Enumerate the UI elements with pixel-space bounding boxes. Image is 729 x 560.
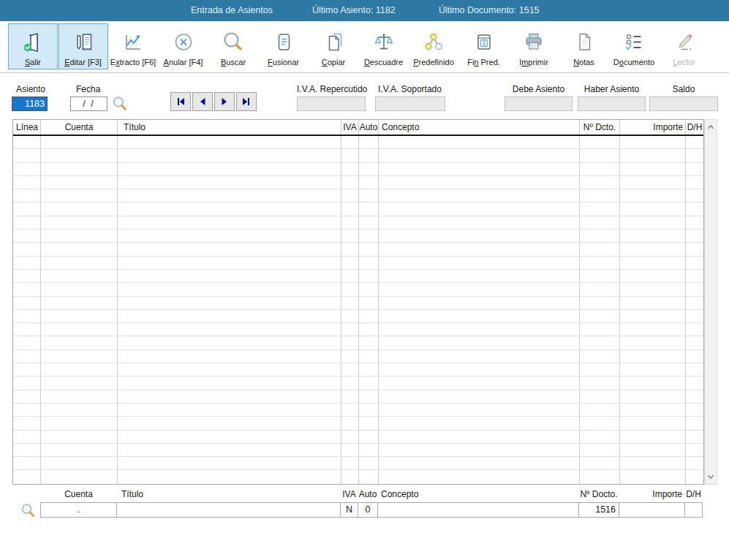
table-cell[interactable] (620, 350, 686, 363)
table-row[interactable] (13, 243, 703, 256)
table-cell[interactable] (580, 176, 620, 189)
copiar-button[interactable]: Copiar (309, 23, 358, 69)
entry-importe-input[interactable] (619, 502, 685, 518)
table-cell[interactable] (620, 377, 686, 389)
table-cell[interactable] (41, 390, 118, 403)
editar-button[interactable]: Editar [F3] (58, 23, 108, 69)
table-cell[interactable] (379, 257, 580, 269)
table-cell[interactable] (620, 431, 686, 443)
grid-scrollbar[interactable] (704, 119, 717, 485)
table-cell[interactable] (118, 404, 341, 416)
table-row[interactable] (13, 336, 703, 349)
table-cell[interactable] (13, 203, 41, 215)
table-cell[interactable] (118, 163, 341, 175)
entry-auto-input[interactable]: 0 (358, 502, 378, 518)
table-cell[interactable] (41, 163, 118, 175)
table-cell[interactable] (580, 216, 620, 229)
table-cell[interactable] (359, 243, 379, 255)
column-header-concepto[interactable]: Concepto (379, 120, 580, 135)
table-row[interactable] (13, 297, 703, 310)
table-cell[interactable] (686, 189, 703, 202)
table-row[interactable] (13, 176, 703, 189)
table-cell[interactable] (580, 444, 620, 456)
table-cell[interactable] (580, 163, 620, 175)
table-cell[interactable] (620, 176, 686, 189)
table-cell[interactable] (13, 149, 41, 162)
column-header-iva[interactable]: IVA (341, 120, 359, 135)
table-cell[interactable] (620, 390, 686, 403)
buscar-button[interactable]: Buscar (208, 23, 258, 69)
table-cell[interactable] (686, 243, 703, 255)
table-cell[interactable] (41, 470, 118, 483)
table-cell[interactable] (118, 363, 341, 376)
asiento-input[interactable]: 1183 (12, 97, 48, 111)
table-cell[interactable] (118, 470, 341, 483)
table-cell[interactable] (580, 404, 620, 416)
table-row[interactable] (13, 417, 703, 430)
table-cell[interactable] (341, 297, 359, 309)
table-cell[interactable] (620, 363, 686, 376)
table-cell[interactable] (118, 230, 341, 242)
table-cell[interactable] (13, 163, 41, 175)
table-cell[interactable] (359, 363, 379, 376)
table-cell[interactable] (41, 176, 118, 189)
table-row[interactable] (13, 270, 703, 283)
table-cell[interactable] (620, 189, 686, 202)
table-row[interactable] (13, 257, 703, 270)
table-cell[interactable] (620, 257, 686, 269)
first-record-button[interactable] (170, 92, 191, 111)
table-cell[interactable] (13, 136, 41, 148)
scroll-down-icon[interactable] (706, 471, 716, 483)
table-row[interactable] (13, 283, 703, 296)
table-cell[interactable] (341, 417, 359, 429)
table-cell[interactable] (341, 431, 359, 443)
table-cell[interactable] (686, 323, 703, 336)
table-cell[interactable] (686, 163, 703, 175)
table-cell[interactable] (620, 417, 686, 429)
table-row[interactable] (13, 163, 703, 176)
table-cell[interactable] (359, 176, 379, 189)
table-cell[interactable] (118, 149, 341, 162)
table-cell[interactable] (13, 431, 41, 443)
table-cell[interactable] (359, 377, 379, 389)
entry-cuenta-input[interactable]: . (40, 502, 117, 518)
table-cell[interactable] (13, 243, 41, 255)
table-cell[interactable] (341, 176, 359, 189)
table-cell[interactable] (620, 297, 686, 309)
table-cell[interactable] (620, 470, 686, 483)
table-cell[interactable] (41, 336, 118, 349)
table-cell[interactable] (13, 417, 41, 429)
table-cell[interactable] (13, 310, 41, 322)
table-row[interactable] (13, 350, 703, 363)
table-cell[interactable] (620, 230, 686, 242)
table-cell[interactable] (580, 257, 620, 269)
table-cell[interactable] (359, 310, 379, 322)
table-cell[interactable] (341, 136, 359, 148)
table-cell[interactable] (620, 243, 686, 255)
table-cell[interactable] (118, 203, 341, 215)
table-cell[interactable] (13, 176, 41, 189)
table-cell[interactable] (118, 323, 341, 336)
salir-button[interactable]: Salir (8, 23, 58, 69)
table-cell[interactable] (41, 283, 118, 295)
table-cell[interactable] (341, 270, 359, 282)
table-cell[interactable] (686, 457, 703, 469)
table-row[interactable] (13, 216, 703, 230)
table-cell[interactable] (41, 216, 118, 229)
column-header-cuenta[interactable]: Cuenta (41, 120, 118, 135)
table-cell[interactable] (359, 283, 379, 295)
table-cell[interactable] (41, 310, 118, 322)
table-cell[interactable] (13, 323, 41, 336)
table-cell[interactable] (41, 243, 118, 255)
imprimir-button[interactable]: Imprimir (509, 23, 559, 69)
table-cell[interactable] (359, 431, 379, 443)
table-cell[interactable] (13, 297, 41, 309)
table-cell[interactable] (379, 216, 580, 229)
table-cell[interactable] (686, 136, 703, 148)
table-cell[interactable] (620, 136, 686, 148)
table-cell[interactable] (379, 163, 580, 175)
table-cell[interactable] (13, 444, 41, 456)
table-row[interactable] (13, 444, 703, 457)
table-cell[interactable] (341, 216, 359, 229)
table-cell[interactable] (341, 283, 359, 295)
